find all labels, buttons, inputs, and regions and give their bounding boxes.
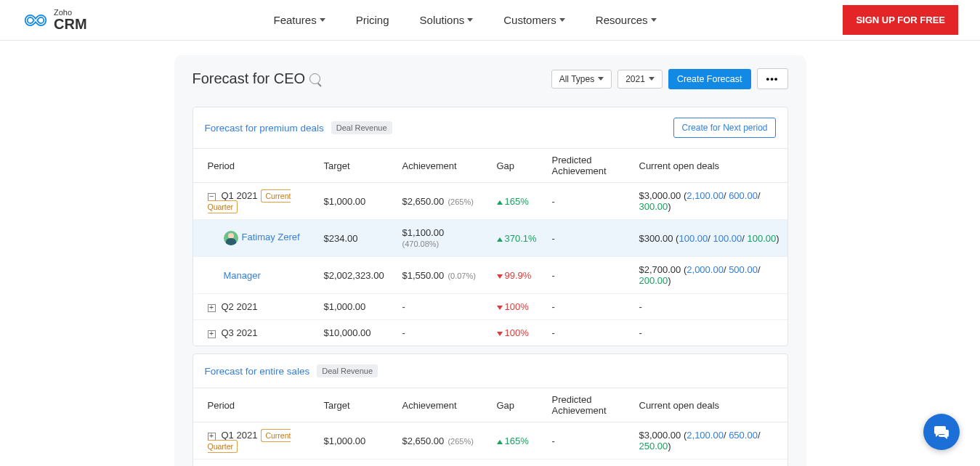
- filter-year-dropdown[interactable]: 2021: [617, 70, 663, 89]
- nav-item-resources[interactable]: Resources: [596, 14, 657, 26]
- signup-button[interactable]: SIGN UP FOR FREE: [843, 5, 958, 35]
- column-header: Period: [193, 149, 317, 183]
- user-link[interactable]: Manager: [224, 270, 261, 281]
- cell-period: +Q2 2021: [193, 459, 317, 467]
- chevron-down-icon: [651, 18, 657, 22]
- expand-icon[interactable]: +: [208, 433, 216, 441]
- nav-item-pricing[interactable]: Pricing: [356, 14, 389, 26]
- logo[interactable]: Zoho CRM: [22, 9, 87, 31]
- cell-predicted: -: [545, 459, 632, 467]
- expand-icon[interactable]: +: [208, 304, 216, 312]
- search-icon[interactable]: [309, 73, 320, 84]
- logo-icon: [22, 12, 49, 29]
- cell-open-deals: -: [632, 294, 787, 320]
- create-next-period-button[interactable]: Create for Next period: [673, 118, 775, 138]
- deal-revenue-badge: Deal Revenue: [331, 121, 392, 134]
- cell-predicted: -: [545, 220, 632, 257]
- chevron-down-icon: [467, 18, 473, 22]
- nav-item-solutions[interactable]: Solutions: [420, 14, 474, 26]
- cell-period: +Q2 2021: [193, 294, 317, 320]
- column-header: Predicted Achievement: [545, 388, 632, 422]
- chevron-down-icon: [559, 18, 565, 22]
- cell-open-deals: $2,700.00 (2,000.00/ 500.00/ 200.00): [632, 257, 787, 294]
- forecast-card: Forecast for premium dealsDeal RevenueCr…: [193, 107, 788, 346]
- arrow-up-icon: [497, 440, 503, 444]
- cell-period: Fatimay Zeref: [193, 220, 317, 257]
- chevron-down-icon: [598, 77, 604, 81]
- cell-period: +Q1 2021Current Quarter: [193, 422, 317, 459]
- create-forecast-button[interactable]: Create Forecast: [668, 69, 751, 89]
- page-title: Forecast for CEO: [193, 70, 321, 87]
- chevron-down-icon: [649, 77, 655, 81]
- cell-gap: 100%: [490, 294, 545, 320]
- arrow-down-icon: [497, 274, 503, 279]
- cell-target: $2,002,323.00: [317, 257, 395, 294]
- expand-icon[interactable]: +: [208, 330, 216, 338]
- cell-predicted: -: [545, 320, 632, 346]
- filter-type-label: All Types: [559, 74, 594, 84]
- nav-item-label: Features: [273, 14, 316, 26]
- column-header: Period: [193, 388, 317, 422]
- cell-period: +Q3 2021: [193, 320, 317, 346]
- cell-target: $500.00: [317, 459, 395, 467]
- top-nav: Zoho CRM FeaturesPricingSolutionsCustome…: [0, 0, 980, 41]
- arrow-down-icon: [497, 306, 503, 310]
- cell-achievement: -: [395, 294, 490, 320]
- more-button[interactable]: •••: [757, 68, 788, 89]
- cell-target: $1,000.00: [317, 183, 395, 220]
- cell-achievement: -: [395, 320, 490, 346]
- cell-predicted: -: [545, 257, 632, 294]
- cell-gap: 370.1%: [490, 220, 545, 257]
- card-title[interactable]: Forecast for premium deals: [205, 123, 324, 134]
- table-row: +Q2 2021$500.00-100%--: [193, 459, 787, 467]
- nav-items: FeaturesPricingSolutionsCustomersResourc…: [273, 14, 656, 26]
- forecast-table: PeriodTargetAchievementGapPredicted Achi…: [193, 148, 787, 346]
- filter-type-dropdown[interactable]: All Types: [551, 70, 612, 89]
- nav-item-features[interactable]: Features: [273, 14, 325, 26]
- column-header: Achievement: [395, 149, 490, 183]
- nav-item-label: Customers: [503, 14, 556, 26]
- deal-revenue-badge: Deal Revenue: [317, 364, 378, 377]
- cell-open-deals: $3,000.00 (2,100.00/ 600.00/ 300.00): [632, 183, 787, 220]
- cell-gap: 99.9%: [490, 257, 545, 294]
- chevron-down-icon: [320, 18, 325, 22]
- cell-open-deals: -: [632, 459, 787, 467]
- period-label: Q1 2021: [222, 190, 258, 201]
- arrow-up-icon: [497, 237, 503, 242]
- nav-item-customers[interactable]: Customers: [503, 14, 565, 26]
- column-header: Current open deals: [632, 149, 787, 183]
- cell-achievement: $1,550.00 (0.07%): [395, 257, 490, 294]
- period-label: Q3 2021: [222, 327, 258, 338]
- card-header: Forecast for premium dealsDeal RevenueCr…: [193, 107, 787, 148]
- column-header: Predicted Achievement: [545, 149, 632, 183]
- cell-period: Manager: [193, 257, 317, 294]
- user-link[interactable]: Fatimay Zeref: [242, 232, 300, 242]
- cell-target: $10,000.00: [317, 320, 395, 346]
- cell-target: $234.00: [317, 220, 395, 257]
- table-row: Manager$2,002,323.00$1,550.00 (0.07%)99.…: [193, 257, 787, 294]
- cell-gap: 165%: [490, 422, 545, 459]
- cell-target: $1,000.00: [317, 422, 395, 459]
- chat-fab[interactable]: [923, 414, 960, 450]
- period-label: Q2 2021: [222, 301, 258, 312]
- column-header: Target: [317, 388, 395, 422]
- cell-open-deals: -: [632, 320, 787, 346]
- table-row: Fatimay Zeref$234.00$1,100.00 (470.08%)3…: [193, 220, 787, 257]
- page-header: Forecast for CEO All Types 2021 Create F…: [174, 55, 806, 99]
- nav-item-label: Solutions: [420, 14, 465, 26]
- card-header-left: Forecast for entire salesDeal Revenue: [205, 364, 378, 377]
- chat-icon: [933, 423, 950, 441]
- forecast-table: PeriodTargetAchievementGapPredicted Achi…: [193, 388, 787, 466]
- forecast-page: Forecast for CEO All Types 2021 Create F…: [174, 55, 806, 466]
- column-header: Target: [317, 149, 395, 183]
- card-header: Forecast for entire salesDeal Revenue: [193, 354, 787, 388]
- collapse-icon[interactable]: −: [208, 193, 216, 201]
- column-header: Current open deals: [632, 388, 787, 422]
- card-header-left: Forecast for premium dealsDeal Revenue: [205, 121, 392, 134]
- card-title[interactable]: Forecast for entire sales: [205, 366, 310, 377]
- cell-achievement: $2,650.00 (265%): [395, 183, 490, 220]
- forecast-card: Forecast for entire salesDeal RevenuePer…: [193, 353, 788, 466]
- nav-item-label: Pricing: [356, 14, 389, 26]
- table-row: +Q1 2021Current Quarter$1,000.00$2,650.0…: [193, 422, 787, 459]
- header-actions: All Types 2021 Create Forecast •••: [551, 68, 788, 89]
